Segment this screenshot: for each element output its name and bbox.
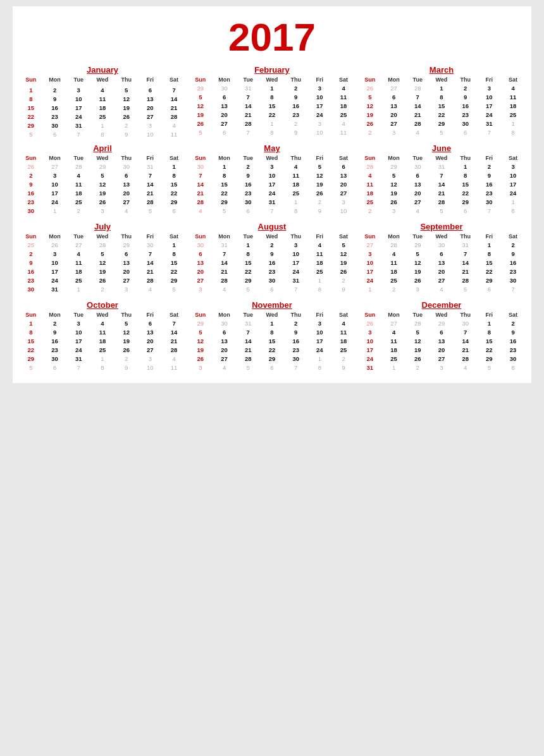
month-block-april: AprilSunMonTueWedThuFriSat26272829303112… — [19, 143, 186, 217]
month-table-april: SunMonTueWedThuFriSat2627282930311234567… — [19, 154, 186, 217]
calendar-cell: 8 — [236, 249, 260, 258]
calendar-cell: 31 — [213, 240, 237, 249]
calendar-cell: 2 — [284, 319, 308, 327]
calendar-cell: 11 — [162, 130, 186, 138]
calendar-cell: 25 — [308, 267, 332, 276]
calendar-cell: 1 — [501, 197, 525, 206]
calendar-cell — [189, 372, 213, 374]
calendar-cell: 5 — [19, 130, 43, 138]
calendar-cell: 31 — [66, 121, 90, 130]
calendar-cell: 2 — [358, 128, 382, 137]
day-header-mon: Mon — [382, 233, 406, 240]
calendar-cell: 2 — [454, 83, 478, 92]
calendar-cell: 10 — [66, 94, 90, 103]
day-header-tue: Tue — [66, 76, 90, 83]
calendar-cell: 3 — [331, 197, 355, 206]
calendar-cell: 23 — [19, 276, 43, 284]
calendar-cell — [213, 293, 237, 295]
calendar-cell: 9 — [501, 249, 525, 258]
calendar-cell: 24 — [358, 354, 382, 363]
calendar-cell: 1 — [260, 83, 284, 92]
day-header-sun: Sun — [358, 311, 382, 319]
calendar-cell: 6 — [114, 171, 139, 180]
calendar-cell — [501, 293, 525, 295]
calendar-cell: 25 — [90, 345, 114, 354]
day-header-thu: Thu — [454, 233, 478, 240]
calendar-cell: 4 — [139, 284, 163, 293]
calendar-cell: 31 — [284, 276, 308, 284]
calendar-cell — [284, 137, 308, 138]
calendar-cell: 4 — [405, 128, 430, 137]
calendar-cell: 11 — [331, 92, 355, 101]
calendar-cell: 7 — [430, 171, 454, 180]
day-header-thu: Thu — [454, 154, 478, 162]
calendar-cell — [308, 372, 332, 374]
calendar-cell: 31 — [430, 162, 454, 171]
day-header-tue: Tue — [66, 154, 90, 162]
day-header-wed: Wed — [90, 233, 114, 240]
calendar-cell: 13 — [430, 336, 454, 345]
calendar-cell: 23 — [43, 112, 67, 121]
calendar-cell: 2 — [43, 85, 67, 94]
calendar-cell: 21 — [236, 110, 260, 119]
day-header-wed: Wed — [90, 76, 114, 83]
calendar-cell: 26 — [19, 162, 43, 171]
calendar-cell: 17 — [501, 180, 525, 188]
calendar-cell: 27 — [382, 119, 406, 128]
day-header-mon: Mon — [213, 233, 237, 240]
calendar-cell: 3 — [358, 249, 382, 258]
calendar-cell: 3 — [382, 128, 406, 137]
calendar-cell: 24 — [308, 110, 332, 119]
day-header-tue: Tue — [66, 311, 90, 319]
month-table-august: SunMonTueWedThuFriSat3031123456789101112… — [189, 233, 355, 295]
calendar-cell — [260, 215, 284, 217]
calendar-cell: 28 — [236, 354, 260, 363]
day-header-wed: Wed — [260, 233, 284, 240]
day-header-mon: Mon — [43, 311, 67, 319]
calendar-cell: 7 — [501, 284, 525, 293]
calendar-cell: 1 — [284, 197, 308, 206]
calendar-cell: 14 — [139, 258, 163, 267]
calendar-cell: 11 — [66, 180, 90, 188]
calendar-cell — [382, 215, 406, 217]
calendar-cell: 12 — [114, 94, 139, 103]
day-header-mon: Mon — [382, 76, 406, 83]
day-header-sat: Sat — [162, 233, 186, 240]
calendar-cell — [382, 293, 406, 295]
calendar-cell: 18 — [90, 336, 114, 345]
calendar-cell: 28 — [139, 276, 163, 284]
calendar-cell: 8 — [213, 171, 237, 180]
calendar-cell: 30 — [430, 240, 454, 249]
calendar-cell: 28 — [236, 119, 260, 128]
calendar-cell: 5 — [430, 206, 454, 215]
calendar-cell — [213, 372, 237, 374]
calendar-cell — [66, 372, 90, 374]
calendar-cell — [114, 215, 139, 217]
day-header-fri: Fri — [139, 311, 163, 319]
calendar-cell: 26 — [90, 276, 114, 284]
calendar-cell: 30 — [454, 319, 478, 327]
calendar-cell: 26 — [382, 197, 406, 206]
calendar-cell: 6 — [405, 171, 430, 180]
calendar-cell: 21 — [454, 345, 478, 354]
calendar-cell: 2 — [331, 276, 355, 284]
calendar-cell: 30 — [19, 284, 43, 293]
calendar-cell: 22 — [454, 188, 478, 197]
calendar-cell: 21 — [139, 188, 163, 197]
day-header-sat: Sat — [162, 311, 186, 319]
calendar-cell — [358, 215, 382, 217]
calendar-cell: 6 — [501, 363, 525, 372]
day-header-mon: Mon — [213, 154, 237, 162]
calendar-cell — [478, 215, 502, 217]
calendar-cell — [66, 215, 90, 217]
calendar-cell — [43, 215, 67, 217]
calendar-cell: 10 — [260, 171, 284, 180]
calendar-cell: 29 — [114, 240, 139, 249]
calendar-cell: 26 — [358, 319, 382, 327]
calendar-cell — [478, 293, 502, 295]
month-table-october: SunMonTueWedThuFriSat1234567891011121314… — [19, 311, 186, 374]
calendar-cell: 5 — [358, 92, 382, 101]
calendar-cell: 26 — [189, 354, 213, 363]
calendar-cell: 25 — [382, 276, 406, 284]
calendar-cell: 18 — [66, 267, 90, 276]
